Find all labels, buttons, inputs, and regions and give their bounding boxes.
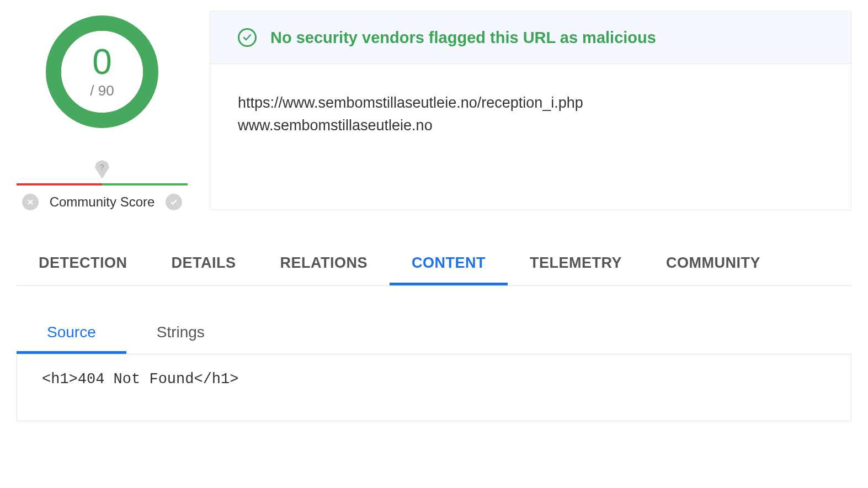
checkmark-circle-icon <box>238 28 257 47</box>
community-score-row: Community Score <box>22 194 183 210</box>
source-code-text: <h1>404 Not Found</h1> <box>42 371 826 388</box>
detection-count: 0 <box>92 44 112 79</box>
scanned-domain: www.sembomstillaseutleie.no <box>238 114 823 137</box>
score-column: 0 / 90 ? Community Score <box>17 11 188 210</box>
upvote-icon[interactable] <box>166 194 182 210</box>
community-score-section: ? Community Score <box>17 160 188 210</box>
community-score-bar <box>17 183 188 185</box>
url-info-section: https://www.sembomstillaseutleie.no/rece… <box>210 64 851 164</box>
top-section: 0 / 90 ? Community Score <box>17 11 851 210</box>
main-tabs: DETECTION DETAILS RELATIONS CONTENT TELE… <box>17 243 851 286</box>
content-subtabs: Source Strings <box>17 314 851 354</box>
subtab-source[interactable]: Source <box>17 314 126 354</box>
verdict-banner: No security vendors flagged this URL as … <box>210 12 851 64</box>
verdict-message: No security vendors flagged this URL as … <box>270 29 656 47</box>
community-bar-positive <box>102 183 188 185</box>
tab-community[interactable]: COMMUNITY <box>644 243 782 285</box>
community-score-label: Community Score <box>50 194 155 210</box>
tab-content[interactable]: CONTENT <box>390 243 508 285</box>
tab-telemetry[interactable]: TELEMETRY <box>508 243 644 285</box>
scanned-url: https://www.sembomstillaseutleie.no/rece… <box>238 92 823 114</box>
community-marker-icon: ? <box>95 160 109 179</box>
community-bar-negative <box>17 183 102 185</box>
tab-relations[interactable]: RELATIONS <box>258 243 390 285</box>
downvote-icon[interactable] <box>22 194 39 210</box>
tab-details[interactable]: DETAILS <box>150 243 258 285</box>
detection-score-circle: 0 / 90 <box>44 14 160 130</box>
subtab-strings[interactable]: Strings <box>126 314 235 354</box>
details-panel: No security vendors flagged this URL as … <box>210 11 851 210</box>
source-content-area: <h1>404 Not Found</h1> <box>17 354 851 421</box>
detection-total: / 90 <box>90 82 114 99</box>
tab-detection[interactable]: DETECTION <box>17 243 150 285</box>
